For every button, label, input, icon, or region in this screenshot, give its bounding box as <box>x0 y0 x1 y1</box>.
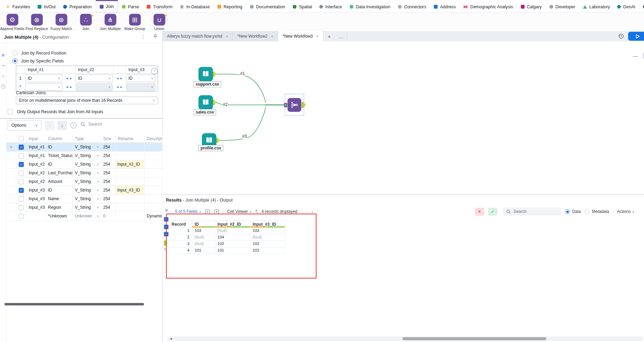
ribbon-tab-preparation[interactable]: Preparation <box>59 0 96 12</box>
results-row[interactable]: 2[Null]104[Null] <box>169 234 286 241</box>
ribbon-tab-spatial[interactable]: Spatial <box>289 0 316 12</box>
type-select[interactable]: V_String∨ <box>73 169 101 177</box>
rename-cell[interactable] <box>116 152 145 160</box>
rename-cell[interactable] <box>116 143 145 151</box>
join-field-select[interactable]: ∨ <box>25 83 62 91</box>
more-tabs-button[interactable]: … <box>335 31 347 41</box>
grid-row[interactable]: >✓Input_#1IDV_String∨254 <box>7 143 163 152</box>
ribbon-tab-documentation[interactable]: Documentation <box>246 0 289 12</box>
ribbon-tab-favorites[interactable]: ★Favorites <box>2 0 34 12</box>
rename-cell[interactable] <box>116 177 145 186</box>
prev-record-arrow[interactable]: ↑ <box>305 209 308 214</box>
ribbon-tab-join[interactable]: Join <box>96 0 118 12</box>
checkbox-unchecked[interactable] <box>19 205 24 210</box>
type-select[interactable]: V_String∨ <box>73 203 101 212</box>
grid-row[interactable]: Input_#1Ticket_StatusV_String∨254 <box>7 152 163 160</box>
palette-tool-fuzzy-match[interactable]: ⊛››Fuzzy Match <box>49 13 74 31</box>
ribbon-tab-data-investigation[interactable]: Data Investigation <box>346 0 394 12</box>
swap-fields-arrows[interactable]: ◄► <box>114 77 125 80</box>
rename-cell[interactable] <box>116 169 145 177</box>
radio-join-record-position[interactable]: Join by Record Position <box>12 50 66 56</box>
type-select[interactable]: V_String∨ <box>73 143 101 151</box>
close-tab-icon[interactable]: × <box>226 34 228 38</box>
workflow-tab-new-workflow2[interactable]: *New Workflow2× <box>233 31 278 41</box>
zoom-out-control[interactable]: — <box>633 53 638 59</box>
scrollbar-thumb[interactable] <box>402 337 546 340</box>
ribbon-tab-calgary[interactable]: Calgary <box>517 0 546 12</box>
apply-filter-button[interactable]: ✓ <box>488 208 497 216</box>
ribbon-tab-in-database[interactable]: ≣In-Database <box>176 0 214 12</box>
results-header-record[interactable]: Record <box>169 221 192 228</box>
type-select[interactable]: V_String∨ <box>73 160 101 168</box>
grid-row[interactable]: ✓Input_#2IDV_String∨254Input_#2_ID <box>7 160 163 169</box>
export-up-icon[interactable] <box>214 209 219 214</box>
connections-icon[interactable]: ◇ <box>2 74 4 78</box>
tool-config-icon[interactable]: ⚙ <box>1 53 5 58</box>
palette-tool-append-fields[interactable]: ⚙››Append Fields <box>0 13 25 31</box>
actions-dropdown[interactable]: Actions∨ <box>617 209 634 214</box>
move-up-button[interactable]: ↑ <box>45 121 55 130</box>
checkbox-unchecked[interactable] <box>19 179 24 184</box>
input-tool-sales[interactable] <box>198 95 213 110</box>
ribbon-tab-parse[interactable]: Parse <box>118 0 143 12</box>
cell-viewer-dropdown[interactable]: Cell Viewer∨ <box>227 209 252 214</box>
type-select[interactable]: Unknown∨ <box>73 212 101 220</box>
new-workflow-button[interactable]: + <box>323 31 335 41</box>
checkbox-unchecked[interactable] <box>19 196 24 202</box>
output-anchor-icon[interactable] <box>164 241 167 246</box>
radio-data[interactable]: Data <box>565 209 581 214</box>
close-tab-icon[interactable]: × <box>271 34 273 38</box>
type-select[interactable]: V_String∨ <box>73 195 101 203</box>
rename-cell[interactable]: Input_#2_ID <box>116 160 145 168</box>
clear-filter-button[interactable]: × <box>475 208 484 216</box>
ribbon-tab-sdk-examples[interactable]: SDK Examples <box>639 0 644 12</box>
results-row[interactable]: 1103[Null]103 <box>169 228 286 234</box>
rename-cell[interactable] <box>116 195 145 203</box>
radio-metadata[interactable]: Metadata <box>585 209 609 214</box>
checkbox-checked[interactable]: ✓ <box>19 145 24 150</box>
help-icon[interactable]: ? <box>1 84 6 89</box>
type-select[interactable]: V_String∨ <box>73 152 101 160</box>
node-label-sales[interactable]: sales.csv <box>194 109 216 115</box>
ribbon-tab-interface[interactable]: Interface <box>316 0 346 12</box>
results-search-input[interactable]: Search <box>503 207 561 216</box>
options-button[interactable]: Options ∨ <box>8 120 41 130</box>
node-label-support[interactable]: support.csv <box>194 81 221 87</box>
cartesian-joins-select[interactable]: Error on multidimensional joins of more … <box>16 97 158 104</box>
checkbox-unchecked[interactable] <box>19 153 24 158</box>
palette-tool-join-multiple[interactable]: ⋔››Join Multiple <box>98 13 123 31</box>
ribbon-tab-reporting[interactable]: Reporting <box>214 0 246 12</box>
close-tab-icon[interactable]: × <box>316 34 319 38</box>
input-2-anchor-icon[interactable]: » <box>164 225 168 229</box>
palette-tool-make-group[interactable]: ⊞››Make Group <box>123 13 147 31</box>
results-horizontal-scrollbar[interactable]: ◀ <box>167 336 643 341</box>
grid-row[interactable]: Input_#3NameV_String∨254 <box>7 195 163 203</box>
workflow-tab-new-workflow3[interactable]: *New Workflow3× <box>278 31 323 41</box>
input-3-anchor-icon[interactable]: » <box>164 232 168 236</box>
info-icon[interactable]: i <box>70 122 77 128</box>
expander-icon[interactable]: > <box>10 145 12 149</box>
grid-row[interactable]: Input_#2Last_PurchaseV_String∨254 <box>7 169 163 177</box>
ribbon-tab-demographic-analysis[interactable]: ⋈Demographic Analysis <box>460 0 517 12</box>
next-record-arrow[interactable]: ↓ <box>311 209 313 214</box>
checkbox-unchecked[interactable] <box>19 170 24 176</box>
palette-tool-join[interactable]: ∴››★Join <box>74 13 98 31</box>
palette-tool-union[interactable]: ∪››★Union <box>147 13 172 31</box>
ribbon-tab-transform[interactable]: Transform <box>143 0 176 12</box>
node-label-profile[interactable]: profile.csv <box>198 145 223 151</box>
select-all-checkbox[interactable] <box>19 136 24 141</box>
results-header-input-2-id[interactable]: Input_#2_ID <box>215 221 250 228</box>
swap-fields-arrows[interactable]: ◄► <box>114 85 125 89</box>
results-header-input-3-id[interactable]: Input_#3_ID <box>250 221 285 228</box>
list-view-icon[interactable]: ≡ <box>165 207 168 213</box>
ribbon-tab-in-out[interactable]: In/Out <box>34 0 59 12</box>
only-output-joined-checkbox[interactable]: Only Output Records that Join from All I… <box>8 109 103 114</box>
input-anchor[interactable]: » <box>284 103 287 107</box>
input-1-anchor-icon[interactable]: » <box>164 217 168 222</box>
swap-fields-arrows[interactable]: ◄► <box>63 77 75 80</box>
results-header-id[interactable]: ID <box>192 221 215 228</box>
ribbon-tab-laboratory[interactable]: Laboratory <box>579 0 614 12</box>
config-search-input[interactable]: Search <box>81 122 102 127</box>
join-multiple-tool-selected[interactable]: » <box>285 94 304 116</box>
workflow-canvas[interactable]: support.csv sales.csv profile.csv #1 #2 … <box>163 41 644 194</box>
